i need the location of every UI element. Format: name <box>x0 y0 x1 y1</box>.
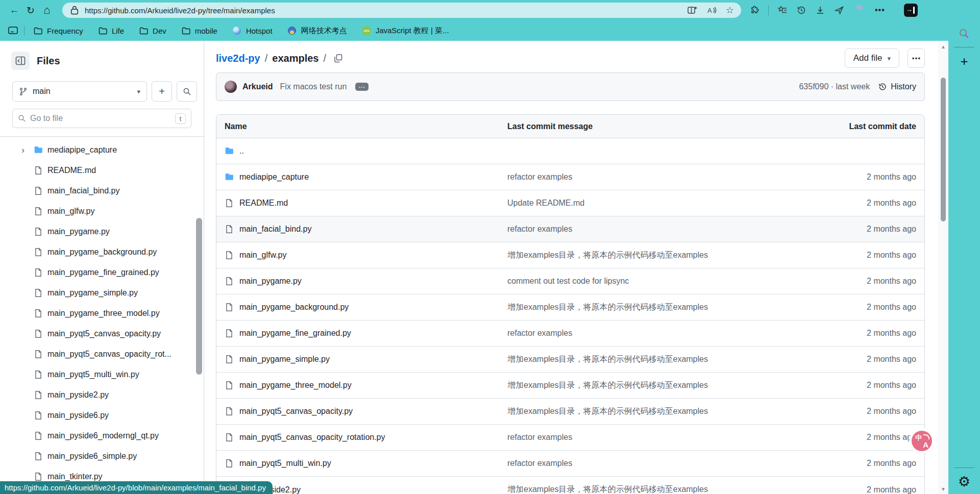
extensions-icon[interactable] <box>749 5 760 15</box>
commit-message-cell[interactable]: 增加examples目录，将原本的示例代码移动至examples <box>507 406 802 417</box>
collapse-sidebar-button[interactable] <box>11 52 30 70</box>
commit-message-cell[interactable]: 增加examples目录，将原本的示例代码移动至examples <box>507 380 802 391</box>
commit-message-cell[interactable]: comment out test code for lipsync <box>507 277 802 286</box>
table-row[interactable]: main_pyside2.py 增加examples目录，将原本的示例代码移动至… <box>216 477 924 494</box>
profile-avatar[interactable] <box>853 4 866 17</box>
commit-message-cell[interactable]: refactor examples <box>507 329 802 338</box>
history-link[interactable]: History <box>878 82 916 91</box>
back-icon[interactable]: ← <box>6 3 22 18</box>
bookmark-item[interactable]: </> Life <box>92 23 130 38</box>
goto-file-input[interactable] <box>30 114 171 123</box>
file-name-link[interactable]: main_glfw.py <box>239 251 287 260</box>
scroll-up-arrow[interactable]: ▲ <box>938 44 948 50</box>
commit-message-cell[interactable]: 增加examples目录，将原本的示例代码移动至examples <box>507 250 802 261</box>
table-row[interactable]: main_pygame.py comment out test code for… <box>216 268 924 294</box>
tree-item[interactable]: › mediapipe_capture <box>4 140 200 160</box>
tree-item[interactable]: › main_pyside2.py <box>4 385 200 405</box>
commit-message-cell[interactable]: 增加examples目录，将原本的示例代码移动至examples <box>507 302 802 313</box>
tree-item[interactable]: › main_pyqt5_multi_win.py <box>4 364 200 385</box>
file-name-link[interactable]: README.md <box>239 199 288 208</box>
reload-icon[interactable]: ↻ <box>22 3 39 18</box>
commit-expand-icon[interactable]: ⋯ <box>355 83 369 91</box>
bing-search-icon[interactable] <box>958 28 970 40</box>
bookmark-item[interactable]: </> Hotspot <box>227 23 279 38</box>
goto-file-field[interactable]: t <box>12 109 191 128</box>
commit-message-cell[interactable]: refactor examples <box>507 459 802 468</box>
file-name-link[interactable]: main_facial_bind.py <box>239 225 311 234</box>
file-name-link[interactable]: main_pyqt5_canvas_opacity_rotation.py <box>239 433 385 442</box>
table-row[interactable]: main_pygame_simple.py 增加examples目录，将原本的示… <box>216 347 924 373</box>
tree-item[interactable]: › main_pygame_fine_grained.py <box>4 262 200 283</box>
read-aloud-icon[interactable]: A <box>706 5 717 15</box>
scroll-down-arrow[interactable]: ▼ <box>938 486 948 492</box>
bookmarks-hub-icon[interactable] <box>8 27 18 35</box>
tree-item[interactable]: › main_facial_bind.py <box>4 181 200 201</box>
commit-author-avatar[interactable] <box>225 81 237 93</box>
file-name-link[interactable]: main_pyqt5_multi_win.py <box>239 459 331 468</box>
breadcrumb-repo-link[interactable]: live2d-py <box>216 53 260 64</box>
tree-item[interactable]: › main_glfw.py <box>4 201 200 221</box>
file-name-link[interactable]: mediapipe_capture <box>239 172 309 182</box>
favorites-list-icon[interactable] <box>777 5 788 15</box>
table-row[interactable]: main_glfw.py 增加examples目录，将原本的示例代码移动至exa… <box>216 242 924 268</box>
gear-icon[interactable]: ⚙ <box>958 475 970 489</box>
send-icon[interactable] <box>834 5 844 15</box>
new-file-button[interactable]: + <box>152 81 172 102</box>
commit-message-cell[interactable]: 增加examples目录，将原本的示例代码移动至examples <box>507 354 802 365</box>
home-icon[interactable]: ⌂ <box>39 3 55 18</box>
bookmark-item[interactable]: </> Frequency <box>28 23 89 38</box>
translate-button[interactable]: 中 A <box>912 431 932 451</box>
bookmark-item[interactable]: </> Dev <box>133 23 173 38</box>
commit-message-cell[interactable]: refactor examples <box>507 433 802 442</box>
tree-item[interactable]: › main_pyqt5_canvas_opacity_rot... <box>4 344 200 364</box>
tree-item[interactable]: › main_pyside6.py <box>4 405 200 426</box>
file-name-link[interactable]: main_pygame_three_model.py <box>239 381 352 390</box>
table-row[interactable]: mediapipe_capture refactor examples 2 mo… <box>216 164 924 190</box>
more-options-button[interactable]: ⋯ <box>908 48 925 68</box>
search-files-button[interactable] <box>177 81 197 102</box>
sidebar-toggle-icon[interactable]: → <box>904 4 918 17</box>
tree-item[interactable]: › main_pygame.py <box>4 221 200 242</box>
downloads-icon[interactable] <box>815 5 825 15</box>
tree-item[interactable]: › main_pygame_background.py <box>4 242 200 262</box>
bookmark-item[interactable]: </> mobile <box>176 23 224 38</box>
add-file-button[interactable]: Add file ▾ <box>845 48 899 68</box>
sidebar-scrollbar-thumb[interactable] <box>196 218 202 375</box>
commit-message-cell[interactable]: 增加examples目录，将原本的示例代码移动至examples <box>507 484 802 494</box>
file-name-link[interactable]: main_pyqt5_canvas_opacity.py <box>239 407 353 416</box>
chevron-right-icon[interactable]: › <box>21 145 34 155</box>
tree-item[interactable]: › main_pyside6_simple.py <box>4 446 200 466</box>
tree-item[interactable]: › main_pyqt5_canvas_opacity.py <box>4 324 200 344</box>
table-row[interactable]: main_facial_bind.py refactor examples 2 … <box>216 216 924 242</box>
tree-item[interactable]: › main_pygame_three_model.py <box>4 303 200 324</box>
favorite-star-icon[interactable]: ☆ <box>726 5 734 16</box>
commit-author[interactable]: Arkueid <box>242 82 273 91</box>
address-bar[interactable]: https://github.com/Arkueid/live2d-py/tre… <box>62 3 741 18</box>
table-row[interactable]: main_pyqt5_canvas_opacity.py 增加examples目… <box>216 399 924 425</box>
bookmark-item[interactable]: </> 网络技术考点 <box>282 23 353 38</box>
table-row[interactable]: main_pygame_background.py 增加examples目录，将… <box>216 294 924 320</box>
commit-message-link[interactable]: Fix macos test run <box>280 82 347 91</box>
tree-item[interactable]: › main_pygame_simple.py <box>4 283 200 303</box>
tree-item[interactable]: › README.md <box>4 160 200 181</box>
file-name-link[interactable]: main_pygame_fine_grained.py <box>239 329 351 338</box>
table-row[interactable]: README.md Update README.md 2 months ago <box>216 190 924 216</box>
page-scrollbar-thumb[interactable] <box>941 78 946 221</box>
table-row[interactable]: main_pygame_fine_grained.py refactor exa… <box>216 320 924 347</box>
branch-selector[interactable]: main ▾ <box>12 81 147 102</box>
table-row[interactable]: .. <box>216 138 924 164</box>
table-row[interactable]: main_pyqt5_multi_win.py refactor example… <box>216 451 924 477</box>
file-name-link[interactable]: main_pygame_background.py <box>239 303 349 312</box>
table-row[interactable]: main_pygame_three_model.py 增加examples目录，… <box>216 373 924 399</box>
copy-path-icon[interactable] <box>333 54 343 63</box>
tree-item[interactable]: › main_pyside6_moderngl_qt.py <box>4 426 200 446</box>
split-screen-icon[interactable] <box>687 5 697 15</box>
history-icon[interactable] <box>796 5 806 15</box>
bookmark-item[interactable]: </> JavaScript 教程 | 菜... <box>356 23 455 38</box>
table-row[interactable]: main_pyqt5_canvas_opacity_rotation.py re… <box>216 425 924 451</box>
file-name-link[interactable]: main_pygame.py <box>239 277 302 286</box>
commit-message-cell[interactable]: Update README.md <box>507 199 802 208</box>
file-name-link[interactable]: main_pygame_simple.py <box>239 355 330 364</box>
add-sidebar-item-icon[interactable]: + <box>960 55 968 68</box>
commit-message-cell[interactable]: refactor examples <box>507 172 802 182</box>
